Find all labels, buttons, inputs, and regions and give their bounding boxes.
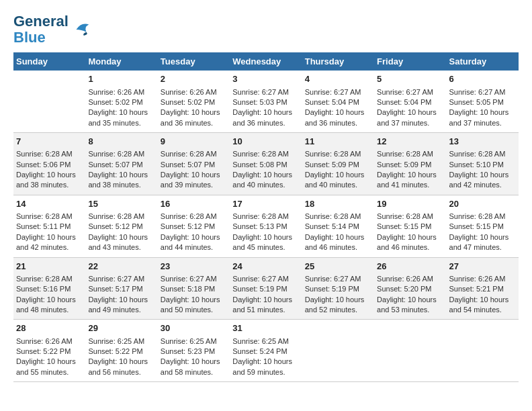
day-info: Sunrise: 6:26 AM Sunset: 5:20 PM Dayligh… xyxy=(377,274,443,316)
calendar-cell: 17Sunrise: 6:28 AM Sunset: 5:13 PM Dayli… xyxy=(230,195,302,257)
calendar-week-row: 14Sunrise: 6:28 AM Sunset: 5:11 PM Dayli… xyxy=(13,195,519,257)
day-info: Sunrise: 6:28 AM Sunset: 5:11 PM Dayligh… xyxy=(16,212,83,253)
day-number: 18 xyxy=(305,198,371,210)
day-info: Sunrise: 6:27 AM Sunset: 5:04 PM Dayligh… xyxy=(377,87,443,129)
day-number: 13 xyxy=(449,136,516,148)
calendar-cell: 18Sunrise: 6:28 AM Sunset: 5:14 PM Dayli… xyxy=(302,195,374,257)
day-info: Sunrise: 6:28 AM Sunset: 5:09 PM Dayligh… xyxy=(377,149,443,191)
logo-bird-icon xyxy=(71,19,91,40)
day-number: 30 xyxy=(161,322,227,334)
day-info: Sunrise: 6:28 AM Sunset: 5:07 PM Dayligh… xyxy=(88,149,154,191)
calendar-cell: 12Sunrise: 6:28 AM Sunset: 5:09 PM Dayli… xyxy=(374,133,446,195)
calendar-cell: 10Sunrise: 6:28 AM Sunset: 5:08 PM Dayli… xyxy=(230,133,302,195)
day-number: 3 xyxy=(232,73,299,85)
calendar-cell xyxy=(447,320,519,382)
day-info: Sunrise: 6:26 AM Sunset: 5:22 PM Dayligh… xyxy=(16,336,83,378)
day-number: 23 xyxy=(161,261,227,273)
calendar-table: SundayMondayTuesdayWednesdayThursdayFrid… xyxy=(13,52,519,382)
calendar-cell: 7Sunrise: 6:28 AM Sunset: 5:06 PM Daylig… xyxy=(13,133,85,195)
calendar-cell: 20Sunrise: 6:28 AM Sunset: 5:15 PM Dayli… xyxy=(447,195,519,257)
day-info: Sunrise: 6:28 AM Sunset: 5:12 PM Dayligh… xyxy=(161,212,227,253)
calendar-cell: 2Sunrise: 6:26 AM Sunset: 5:02 PM Daylig… xyxy=(158,71,230,132)
day-number: 9 xyxy=(161,136,227,148)
day-info: Sunrise: 6:27 AM Sunset: 5:19 PM Dayligh… xyxy=(232,274,299,316)
day-number: 8 xyxy=(88,136,154,148)
day-number: 26 xyxy=(377,261,443,273)
day-number: 19 xyxy=(377,198,443,210)
day-info: Sunrise: 6:25 AM Sunset: 5:22 PM Dayligh… xyxy=(88,336,154,378)
day-number: 21 xyxy=(16,261,83,273)
calendar-cell xyxy=(374,320,446,382)
calendar-cell: 5Sunrise: 6:27 AM Sunset: 5:04 PM Daylig… xyxy=(374,71,446,132)
day-number: 24 xyxy=(232,261,299,273)
day-number: 12 xyxy=(377,136,443,148)
calendar-cell: 4Sunrise: 6:27 AM Sunset: 5:04 PM Daylig… xyxy=(302,71,374,132)
day-number: 31 xyxy=(232,322,299,334)
day-number: 28 xyxy=(16,322,83,334)
day-info: Sunrise: 6:27 AM Sunset: 5:04 PM Dayligh… xyxy=(305,87,371,129)
day-info: Sunrise: 6:26 AM Sunset: 5:02 PM Dayligh… xyxy=(161,87,227,129)
day-number: 16 xyxy=(161,198,227,210)
day-number: 7 xyxy=(16,136,83,148)
day-number: 29 xyxy=(88,322,154,334)
day-info: Sunrise: 6:28 AM Sunset: 5:16 PM Dayligh… xyxy=(16,274,83,316)
calendar-cell: 25Sunrise: 6:27 AM Sunset: 5:19 PM Dayli… xyxy=(302,257,374,320)
calendar-cell: 1Sunrise: 6:26 AM Sunset: 5:02 PM Daylig… xyxy=(85,71,157,132)
day-info: Sunrise: 6:28 AM Sunset: 5:08 PM Dayligh… xyxy=(232,149,299,191)
day-info: Sunrise: 6:27 AM Sunset: 5:19 PM Dayligh… xyxy=(305,274,371,316)
day-number: 10 xyxy=(232,136,299,148)
calendar-week-row: 7Sunrise: 6:28 AM Sunset: 5:06 PM Daylig… xyxy=(13,133,519,195)
day-number: 4 xyxy=(305,73,371,85)
day-number: 1 xyxy=(88,73,154,85)
header-friday: Friday xyxy=(374,52,446,71)
calendar-week-row: 1Sunrise: 6:26 AM Sunset: 5:02 PM Daylig… xyxy=(13,71,519,132)
calendar-cell: 27Sunrise: 6:26 AM Sunset: 5:21 PM Dayli… xyxy=(447,257,519,320)
calendar-cell: 11Sunrise: 6:28 AM Sunset: 5:09 PM Dayli… xyxy=(302,133,374,195)
day-info: Sunrise: 6:28 AM Sunset: 5:13 PM Dayligh… xyxy=(232,212,299,253)
calendar-cell: 8Sunrise: 6:28 AM Sunset: 5:07 PM Daylig… xyxy=(85,133,157,195)
day-number: 5 xyxy=(377,73,443,85)
logo-text: GeneralBlue xyxy=(13,13,69,46)
calendar-cell: 13Sunrise: 6:28 AM Sunset: 5:10 PM Dayli… xyxy=(447,133,519,195)
calendar-cell: 21Sunrise: 6:28 AM Sunset: 5:16 PM Dayli… xyxy=(13,257,85,320)
day-info: Sunrise: 6:25 AM Sunset: 5:24 PM Dayligh… xyxy=(232,336,299,378)
day-number: 2 xyxy=(161,73,227,85)
calendar-cell xyxy=(302,320,374,382)
calendar-cell: 31Sunrise: 6:25 AM Sunset: 5:24 PM Dayli… xyxy=(230,320,302,382)
calendar-cell: 22Sunrise: 6:27 AM Sunset: 5:17 PM Dayli… xyxy=(85,257,157,320)
day-number: 20 xyxy=(449,198,516,210)
header-saturday: Saturday xyxy=(447,52,519,71)
day-info: Sunrise: 6:28 AM Sunset: 5:12 PM Dayligh… xyxy=(88,212,154,253)
calendar-cell: 26Sunrise: 6:26 AM Sunset: 5:20 PM Dayli… xyxy=(374,257,446,320)
calendar-header-row: SundayMondayTuesdayWednesdayThursdayFrid… xyxy=(13,52,519,71)
header-tuesday: Tuesday xyxy=(158,52,230,71)
day-number: 17 xyxy=(232,198,299,210)
header-sunday: Sunday xyxy=(13,52,85,71)
day-info: Sunrise: 6:28 AM Sunset: 5:14 PM Dayligh… xyxy=(305,212,371,253)
day-number: 27 xyxy=(449,261,516,273)
day-number: 25 xyxy=(305,261,371,273)
header-monday: Monday xyxy=(85,52,157,71)
calendar-cell: 9Sunrise: 6:28 AM Sunset: 5:07 PM Daylig… xyxy=(158,133,230,195)
calendar-cell: 24Sunrise: 6:27 AM Sunset: 5:19 PM Dayli… xyxy=(230,257,302,320)
calendar-cell: 6Sunrise: 6:27 AM Sunset: 5:05 PM Daylig… xyxy=(447,71,519,132)
day-info: Sunrise: 6:28 AM Sunset: 5:10 PM Dayligh… xyxy=(449,149,516,191)
calendar-cell xyxy=(13,71,85,132)
day-info: Sunrise: 6:28 AM Sunset: 5:15 PM Dayligh… xyxy=(377,212,443,253)
calendar-cell: 14Sunrise: 6:28 AM Sunset: 5:11 PM Dayli… xyxy=(13,195,85,257)
day-info: Sunrise: 6:25 AM Sunset: 5:23 PM Dayligh… xyxy=(161,336,227,378)
calendar-week-row: 21Sunrise: 6:28 AM Sunset: 5:16 PM Dayli… xyxy=(13,257,519,320)
day-info: Sunrise: 6:28 AM Sunset: 5:07 PM Dayligh… xyxy=(161,149,227,191)
calendar-cell: 30Sunrise: 6:25 AM Sunset: 5:23 PM Dayli… xyxy=(158,320,230,382)
page-header: GeneralBlue xyxy=(13,13,519,46)
day-number: 22 xyxy=(88,261,154,273)
day-info: Sunrise: 6:26 AM Sunset: 5:21 PM Dayligh… xyxy=(449,274,516,316)
header-thursday: Thursday xyxy=(302,52,374,71)
day-number: 14 xyxy=(16,198,83,210)
day-info: Sunrise: 6:27 AM Sunset: 5:05 PM Dayligh… xyxy=(449,87,516,129)
day-info: Sunrise: 6:28 AM Sunset: 5:09 PM Dayligh… xyxy=(305,149,371,191)
header-wednesday: Wednesday xyxy=(230,52,302,71)
calendar-cell: 15Sunrise: 6:28 AM Sunset: 5:12 PM Dayli… xyxy=(85,195,157,257)
calendar-cell: 3Sunrise: 6:27 AM Sunset: 5:03 PM Daylig… xyxy=(230,71,302,132)
calendar-cell: 16Sunrise: 6:28 AM Sunset: 5:12 PM Dayli… xyxy=(158,195,230,257)
